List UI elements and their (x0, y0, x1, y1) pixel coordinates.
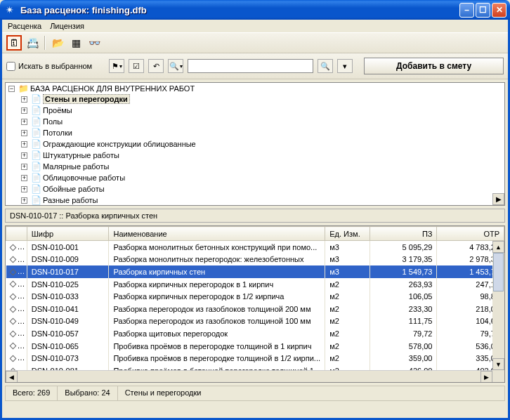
expand-icon[interactable]: + (21, 96, 27, 103)
document-icon: 📄 (31, 117, 41, 126)
row-checkbox-cell[interactable] (6, 278, 27, 291)
row-indicator-icon (9, 330, 16, 337)
tree-item[interactable]: +📄Проёмы (21, 105, 504, 115)
row-checkbox-cell[interactable] (6, 352, 27, 365)
table-row[interactable]: DSN-010-033Разборка кирпичных перегородо… (6, 290, 504, 303)
row-checkbox-cell[interactable] (6, 265, 27, 278)
cell-pz: 5 095,29 (370, 241, 437, 254)
expand-icon[interactable]: + (21, 164, 27, 170)
category-tree[interactable]: − 📁 БАЗА РАСЦЕНОК ДЛЯ ВНУТРЕННИХ РАБОТ +… (5, 82, 505, 206)
expand-icon[interactable]: + (21, 197, 27, 204)
table-row[interactable]: DSN-010-073Пробивка проёмов в перегородк… (6, 352, 504, 365)
grid-header-pz[interactable]: ПЗ (370, 227, 437, 241)
tree-item[interactable]: +📄Облицовочные работы (21, 173, 504, 183)
toolbar-btn-open[interactable]: 📂 (50, 35, 65, 51)
maximize-button[interactable]: ☐ (476, 3, 490, 18)
cell-pz: 3 179,35 (370, 254, 437, 266)
expand-icon[interactable]: + (21, 130, 27, 136)
tree-item[interactable]: +📄Полы (21, 117, 504, 126)
scroll-up-icon[interactable]: ▲ (492, 241, 504, 253)
grid-scrollbar-horizontal[interactable]: ◀ ▶ (6, 370, 492, 382)
table-row[interactable]: DSN-010-065Пробивка проёмов в перегородк… (6, 340, 504, 353)
tree-item[interactable]: +📄Малярные работы (21, 162, 504, 171)
search-input[interactable] (188, 59, 313, 73)
menu-license[interactable]: Лицензия (50, 22, 84, 30)
tree-item[interactable]: +📄Потолки (21, 128, 504, 138)
tree-root[interactable]: − 📁 БАЗА РАСЦЕНОК ДЛЯ ВНУТРЕННИХ РАБОТ (8, 84, 504, 93)
tree-item[interactable]: +📄Штукатурные работы (21, 150, 504, 160)
expand-icon[interactable]: + (21, 107, 27, 114)
rates-grid[interactable]: Шифр Наименование Ед. Изм. ПЗ ОТР DSN-01… (5, 225, 505, 383)
app-icon: ✴ (6, 4, 17, 15)
expand-icon[interactable]: + (21, 186, 27, 192)
toolbar-btn-1[interactable]: 🗓 (6, 35, 22, 51)
toolbar-btn-2[interactable]: 📇 (25, 35, 40, 51)
expand-icon[interactable]: + (21, 175, 27, 181)
status-category: Стены и перегородки (118, 386, 504, 400)
grid-header-name[interactable]: Наименование (109, 227, 325, 241)
tree-item[interactable]: +📄Стены и перегородки (21, 94, 504, 104)
table-row[interactable]: DSN-010-017Разборка кирпичных стенм31 54… (6, 265, 504, 278)
scroll-down-icon[interactable]: ▼ (492, 358, 504, 370)
flag-button[interactable]: ⚑▾ (109, 59, 124, 73)
scroll-thumb[interactable] (493, 253, 504, 291)
tree-item[interactable]: +📄Ограждающие конструкции облицованные (21, 139, 504, 149)
close-button[interactable]: ✕ (492, 3, 506, 18)
cell-pz: 233,30 (370, 303, 437, 315)
chevron-down-icon: ▾ (119, 63, 122, 70)
row-checkbox-cell[interactable] (6, 327, 27, 340)
expand-icon[interactable]: + (21, 119, 27, 125)
undo-button[interactable]: ↶ (148, 59, 164, 73)
cell-code: DSN-010-057 (27, 327, 109, 340)
document-icon: 📄 (31, 128, 41, 138)
table-row[interactable]: DSN-010-049Разборка перегородок из газоб… (6, 315, 504, 328)
toolbar-btn-table[interactable]: ▦ (68, 35, 84, 51)
folder-open-icon: 📂 (52, 37, 64, 48)
document-icon: 📄 (31, 139, 41, 149)
table-row[interactable]: DSN-010-025Разборка кирпичных перегородо… (6, 278, 504, 291)
tree-item[interactable]: +📄Обойные работы (21, 184, 504, 194)
cell-name: Разборка кирпичных стен (109, 265, 325, 278)
search-in-selected-input[interactable] (6, 62, 15, 71)
cell-name: Разборка щитовых перегородок (109, 327, 325, 340)
tree-item-label: Разные работы (43, 196, 98, 204)
titlebar[interactable]: ✴ База расценок: finishing.dfb – ☐ ✕ (0, 0, 510, 20)
table-row[interactable]: DSN-010-057Разборка щитовых перегородокм… (6, 327, 504, 340)
row-checkbox-cell[interactable] (6, 241, 27, 254)
row-checkbox-cell[interactable] (6, 254, 27, 266)
document-icon: 📄 (31, 94, 41, 104)
row-checkbox-cell[interactable] (6, 315, 27, 328)
document-icon: 📄 (31, 195, 41, 205)
grid-scrollbar-vertical[interactable]: ▲ ▼ (492, 241, 504, 370)
add-to-estimate-button[interactable]: Добавить в смету (364, 58, 504, 74)
expand-icon[interactable]: + (21, 141, 27, 147)
scroll-left-icon[interactable]: ◀ (6, 371, 18, 383)
cell-unit: м2 (325, 290, 370, 303)
search-in-selected-checkbox[interactable]: Искать в выбранном (6, 62, 92, 71)
document-icon: 📄 (31, 173, 41, 183)
menu-rate[interactable]: Расценка (8, 22, 41, 30)
table-row[interactable]: DSN-010-001Разборка монолитных бетонных … (6, 241, 504, 254)
find-button[interactable]: 🔍▾ (168, 59, 183, 73)
toolbar-btn-view[interactable]: 👓 (86, 35, 102, 51)
cell-name: Разборка перегородок из газоблоков толщи… (109, 303, 325, 315)
collapse-icon[interactable]: − (8, 86, 15, 92)
grid-header-unit[interactable]: Ед. Изм. (325, 227, 370, 241)
grid-header-check[interactable] (6, 227, 27, 241)
minimize-button[interactable]: – (459, 3, 474, 18)
search-dropdown-button[interactable]: ▾ (337, 59, 353, 73)
tree-item[interactable]: +📄Разные работы (21, 195, 504, 205)
table-row[interactable]: DSN-010-009Разборка монолитных перегород… (6, 254, 504, 266)
search-go-button[interactable]: 🔍 (318, 59, 333, 73)
check-button[interactable]: ☑ (129, 59, 144, 73)
scroll-right-icon[interactable]: ▶ (480, 371, 492, 383)
row-checkbox-cell[interactable] (6, 290, 27, 303)
row-checkbox-cell[interactable] (6, 303, 27, 315)
grid-header-code[interactable]: Шифр (27, 227, 109, 241)
row-checkbox-cell[interactable] (6, 340, 27, 353)
expand-icon[interactable]: + (21, 152, 27, 159)
grid-header-otr[interactable]: ОТР (437, 227, 504, 241)
tree-scroll-right[interactable]: ▶ (492, 193, 504, 205)
chevron-down-icon: ▾ (180, 63, 183, 70)
table-row[interactable]: DSN-010-041Разборка перегородок из газоб… (6, 303, 504, 315)
